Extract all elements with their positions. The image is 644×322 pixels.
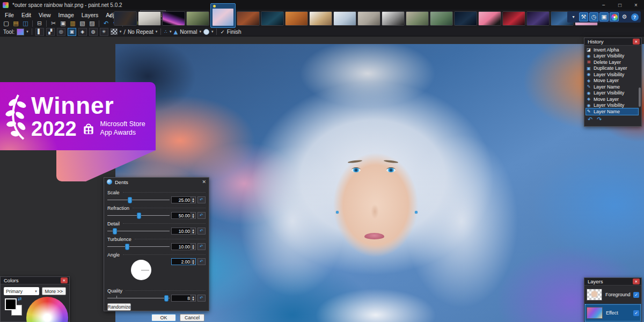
menu-layers[interactable]: Layers: [78, 11, 103, 19]
gradient-type-diamond[interactable]: ▣: [68, 28, 76, 36]
menu-view[interactable]: View: [35, 11, 55, 19]
slider-thumb[interactable]: [128, 197, 132, 203]
blend-mode-value[interactable]: Normal: [180, 29, 197, 35]
spin-down-icon[interactable]: ▼: [191, 200, 195, 203]
image-tab[interactable]: [502, 11, 525, 26]
dialog-titlebar[interactable]: Dents ✕: [104, 178, 209, 186]
redo-icon[interactable]: ↷: [597, 116, 602, 123]
save-icon[interactable]: ◫: [21, 20, 30, 27]
gradient-type-cone[interactable]: ◈: [78, 28, 87, 36]
gradient-type-conical[interactable]: ◍: [89, 28, 98, 36]
close-icon[interactable]: ✕: [633, 39, 640, 45]
chevron-down-icon[interactable]: ▾: [569, 12, 578, 21]
spinner[interactable]: ▲▼: [191, 213, 195, 218]
scale-value-input[interactable]: 25.00▲▼: [171, 196, 196, 203]
turbulence-slider[interactable]: [107, 243, 170, 250]
spin-down-icon[interactable]: ▼: [191, 247, 195, 250]
spinner[interactable]: ▲▼: [191, 259, 195, 265]
image-tab[interactable]: [162, 11, 185, 26]
close-icon[interactable]: ✕: [61, 277, 68, 283]
history-item[interactable]: ◈Move Layer: [586, 96, 638, 103]
paste-icon[interactable]: ▥: [69, 20, 77, 27]
gradient-type-radial[interactable]: ◎: [57, 28, 65, 36]
menu-file[interactable]: File: [1, 11, 18, 19]
maximize-button[interactable]: □: [612, 0, 628, 10]
gradient-type-linear[interactable]: ▌: [35, 28, 44, 36]
image-tab[interactable]: [186, 11, 209, 26]
image-tab[interactable]: [382, 11, 405, 26]
gradient-tool-icon[interactable]: [17, 28, 24, 35]
undo-icon[interactable]: ↶: [588, 116, 592, 123]
chevron-down-icon[interactable]: ▾: [26, 30, 28, 34]
close-button[interactable]: ×: [628, 0, 644, 10]
colors-toggle-icon[interactable]: [610, 12, 619, 21]
history-scrollbar[interactable]: [639, 87, 641, 107]
layer-row-effect-selected[interactable]: Effect ✓: [584, 304, 641, 322]
chevron-down-icon[interactable]: ▾: [211, 30, 214, 34]
slider-thumb[interactable]: [137, 213, 141, 219]
minimize-button[interactable]: −: [596, 0, 612, 10]
history-item[interactable]: ▣Duplicate Layer: [586, 65, 638, 72]
spinner[interactable]: ▲▼: [191, 228, 195, 234]
spinner[interactable]: ▲▼: [191, 295, 195, 301]
detail-value-input[interactable]: 10.00▲▼: [171, 228, 196, 235]
refraction-slider[interactable]: [107, 212, 170, 219]
spin-down-icon[interactable]: ▼: [191, 298, 195, 301]
quality-value-input[interactable]: 8▲▼: [171, 295, 196, 302]
image-tab[interactable]: [237, 11, 260, 26]
layer-visible-checkbox[interactable]: ✓: [633, 310, 639, 316]
color-target-dropdown[interactable]: Primary ▾: [4, 287, 39, 295]
reset-button[interactable]: ↶: [197, 212, 206, 219]
reset-button[interactable]: ↶: [197, 243, 206, 250]
colors-panel-titlebar[interactable]: Colors ✕: [1, 277, 69, 284]
history-item[interactable]: ◈Move Layer: [586, 78, 638, 84]
settings-gear-icon[interactable]: ⚙: [620, 12, 629, 21]
slider-thumb[interactable]: [164, 295, 169, 302]
image-tab[interactable]: [406, 11, 429, 26]
history-item[interactable]: ✎Layer Name: [586, 84, 638, 90]
menu-image[interactable]: Image: [55, 11, 78, 19]
history-item[interactable]: ◪Invert Alpha: [586, 47, 638, 53]
ok-button[interactable]: OK: [151, 314, 176, 321]
randomize-button[interactable]: Randomize: [107, 303, 131, 311]
crop-icon[interactable]: ▧: [78, 20, 86, 27]
image-tab[interactable]: [526, 11, 550, 26]
reset-button[interactable]: ↶: [197, 295, 206, 302]
repeat-mode-value[interactable]: No Repeat: [128, 29, 153, 35]
history-item-selected[interactable]: ✎Layer Name: [586, 108, 638, 115]
spin-down-icon[interactable]: ▼: [191, 216, 195, 218]
finish-check-icon[interactable]: ✓: [220, 29, 224, 35]
finish-button[interactable]: Finish: [227, 29, 241, 35]
image-tab[interactable]: [478, 11, 501, 26]
angle-value-input[interactable]: 2.00▲▼: [171, 258, 196, 265]
image-tab[interactable]: [261, 11, 284, 26]
gradient-type-reflected[interactable]: ▞: [46, 28, 55, 36]
primary-color-swatch[interactable]: [5, 298, 17, 310]
detail-slider[interactable]: [107, 228, 170, 235]
deselect-icon[interactable]: ▨: [88, 20, 96, 27]
image-tab[interactable]: [357, 11, 380, 26]
image-tab[interactable]: [333, 11, 356, 26]
quality-slider[interactable]: [107, 295, 170, 302]
image-tab[interactable]: [309, 11, 332, 26]
reset-button[interactable]: ↶: [197, 228, 206, 235]
history-item[interactable]: ⊠Delete Layer: [586, 59, 638, 65]
sampling-icon[interactable]: ∴: [164, 29, 167, 34]
tools-toggle-icon[interactable]: ⚒: [579, 12, 588, 21]
image-tab[interactable]: [430, 11, 453, 26]
dithering-icon[interactable]: [111, 28, 118, 35]
history-toggle-icon[interactable]: ◷: [589, 12, 598, 21]
layers-panel-titlebar[interactable]: Layers ✕: [584, 278, 641, 286]
open-icon[interactable]: ▤: [12, 20, 20, 27]
chevron-down-icon[interactable]: ▾: [120, 30, 122, 34]
history-item[interactable]: ◉Layer Visibility: [586, 90, 638, 97]
spinner[interactable]: ▲▼: [191, 197, 195, 203]
cut-icon[interactable]: ✂: [49, 20, 57, 27]
print-icon[interactable]: ⊟: [35, 20, 43, 27]
close-icon[interactable]: ✕: [202, 179, 206, 185]
more-button[interactable]: More >>: [42, 287, 66, 295]
close-icon[interactable]: ✕: [633, 279, 640, 284]
spin-down-icon[interactable]: ▼: [191, 231, 195, 234]
image-tab[interactable]: [454, 11, 477, 26]
spin-down-icon[interactable]: ▼: [191, 262, 195, 265]
